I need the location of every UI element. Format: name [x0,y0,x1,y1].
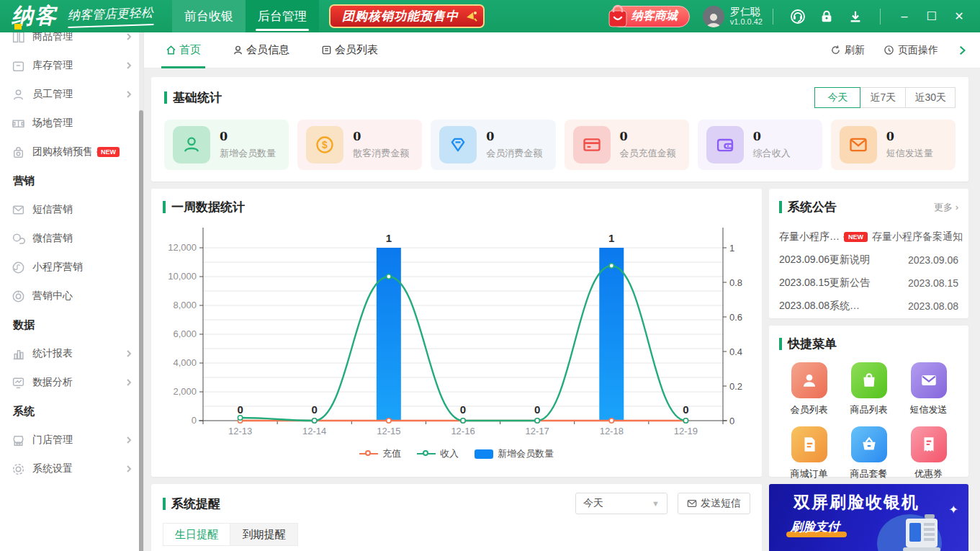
stat-member-recharge: 0会员充值金额 [565,120,689,170]
minimize-button[interactable]: – [891,0,918,32]
sidebar-item-marketing-center[interactable]: 营销中心 [0,282,143,310]
inventory-icon [12,59,25,73]
reminder-period-select[interactable]: 今天 ▼ [575,493,667,514]
panel-expand-chevron-icon[interactable] [957,45,967,55]
close-button[interactable]: ✕ [945,0,973,32]
basket-quick-icon [860,435,878,454]
sidebar: 商品管理 库存管理 员工管理 场地管理 团购核销预售 NEW 营销 短信营销 [0,32,144,551]
period-30days-button[interactable]: 近30天 [905,87,956,108]
chevron-right-icon [125,465,133,473]
svg-text:0.8: 0.8 [729,277,742,288]
sidebar-section-data: 数据 [0,310,143,339]
legend-income[interactable]: 收入 [417,447,459,460]
notice-more-link[interactable]: 更多 › [934,201,958,214]
svg-text:6,000: 6,000 [173,328,197,339]
dollar-coin-icon: $ [315,135,335,155]
sidebar-item-goods[interactable]: 商品管理 [0,32,143,51]
staff-icon [12,88,25,102]
tabbar: 首页 会员信息 会员列表 刷新 页面操作 [144,32,980,68]
svg-text:12,000: 12,000 [168,242,197,253]
ad-subtitle: 刷脸支付 [791,519,840,535]
download-icon[interactable] [848,9,863,24]
sidebar-item-venue[interactable]: 场地管理 [0,109,143,138]
shopping-bag-icon [606,4,630,30]
svg-text:0: 0 [237,403,243,416]
svg-text:10,000: 10,000 [168,271,197,282]
legend-new-members[interactable]: 新增会员数量 [475,447,554,460]
sidebar-scrollbar-thumb[interactable] [139,110,143,551]
svg-text:12-17: 12-17 [526,426,549,436]
svg-text:0.4: 0.4 [729,346,742,357]
chevron-right-icon [125,61,133,70]
sidebar-item-analysis[interactable]: 数据分析 [0,368,143,397]
notice-row[interactable]: 2023.08.15更新公告 2023.08.15 [779,272,958,295]
send-sms-button[interactable]: 发送短信 [678,493,750,514]
notice-row[interactable]: 存量小程序… NEW 存量小程序备案通知 [779,225,958,248]
quick-mall-orders[interactable]: 商城订单 [791,426,828,480]
tab-expiry-reminder[interactable]: 到期提醒 [230,523,298,546]
period-today-button[interactable]: 今天 [814,87,860,108]
sidebar-item-staff[interactable]: 员工管理 [0,80,143,109]
home-icon [166,45,176,55]
credit-card-icon [582,135,602,155]
sidebar-item-inventory[interactable]: 库存管理 [0,51,143,80]
groupbuy-promo-banner[interactable]: 团购核销功能预售中 [329,4,485,28]
header-divider [880,9,881,24]
svg-text:12-18: 12-18 [600,426,624,436]
member-stat-icon [181,135,202,155]
user-avatar[interactable] [703,6,724,27]
page-actions-icon [884,45,894,55]
lock-icon[interactable] [819,9,835,24]
person-silhouette-icon [705,12,722,27]
tab-birthday-reminder[interactable]: 生日提醒 [163,523,230,546]
quick-menu-card: 快捷菜单 会员列表 商品列表 短信发送 [769,326,968,477]
week-stats-card: 一周数据统计 02,0004,0006,0008,00010,00012,000… [151,189,762,477]
quick-goods-list[interactable]: 商品列表 [850,362,888,416]
svg-text:12-16: 12-16 [451,426,475,436]
sidebar-item-groupbuy[interactable]: 团购核销预售 NEW [0,138,143,166]
tab-home[interactable]: 首页 [166,32,201,68]
basic-stats-title: 基础统计 [164,89,222,106]
notice-row[interactable]: 2023.09.06更新说明 2023.09.06 [779,248,958,272]
quick-sms-send[interactable]: 短信发送 [910,362,948,416]
sidebar-item-store[interactable]: 门店管理 [0,426,143,454]
quick-coupon[interactable]: 优惠券 [911,426,947,480]
period-7days-button[interactable]: 近7天 [860,87,906,108]
backend-manage-button[interactable]: 后台管理 [246,0,319,32]
customer-service-icon[interactable] [790,9,806,24]
header-divider [773,9,773,24]
notice-row[interactable]: 2023.08.08系统… 2023.08.08 [779,295,958,318]
main-content: 基础统计 今天 近7天 近30天 0新增会员数量 $ 0散客消费金额 0会员消费… [144,68,980,551]
app-version: v1.0.0.42 [730,17,763,27]
refresh-button[interactable]: 刷新 [830,44,865,57]
mall-button[interactable]: 纳客商城 [609,6,690,27]
tab-member-info[interactable]: 会员信息 [233,32,289,68]
gear-icon [12,462,25,476]
sidebar-item-wechat-marketing[interactable]: 微信营销 [0,224,143,253]
chevron-right-icon [125,378,133,387]
user-info[interactable]: 罗仁聪 v1.0.0.42 [730,6,763,27]
sidebar-item-miniprogram-marketing[interactable]: 小程序营销 [0,253,143,282]
green-line-marker-icon [417,450,436,457]
maximize-button[interactable]: ☐ [918,0,945,32]
page-actions-button[interactable]: 页面操作 [884,44,938,57]
legend-recharge[interactable]: 充值 [359,447,401,460]
basic-stats-card: 基础统计 今天 近7天 近30天 0新增会员数量 $ 0散客消费金额 0会员消费… [151,77,968,182]
svg-text:1: 1 [729,243,734,254]
stat-sms-sent: 0短信发送量 [831,120,956,170]
sidebar-item-sms-marketing[interactable]: 短信营销 [0,195,143,224]
quick-goods-package[interactable]: 商品套餐 [850,426,888,480]
svg-text:0: 0 [192,415,197,426]
tab-member-list[interactable]: 会员列表 [321,32,378,68]
sidebar-item-settings[interactable]: 系统设置 [0,454,143,483]
sidebar-item-report[interactable]: 统计报表 [0,339,143,368]
wechat-icon [12,232,25,246]
chevron-down-icon: ▼ [652,499,660,508]
quick-member-list[interactable]: 会员列表 [791,362,828,416]
store-icon [12,434,25,447]
svg-text:0: 0 [460,403,466,416]
sidebar-section-marketing: 营销 [0,166,143,195]
ad-banner[interactable]: 双屏刷脸收银机 刷脸支付 ✦ [769,484,968,551]
venue-icon [12,117,25,130]
front-pos-button[interactable]: 前台收银 [172,0,246,32]
